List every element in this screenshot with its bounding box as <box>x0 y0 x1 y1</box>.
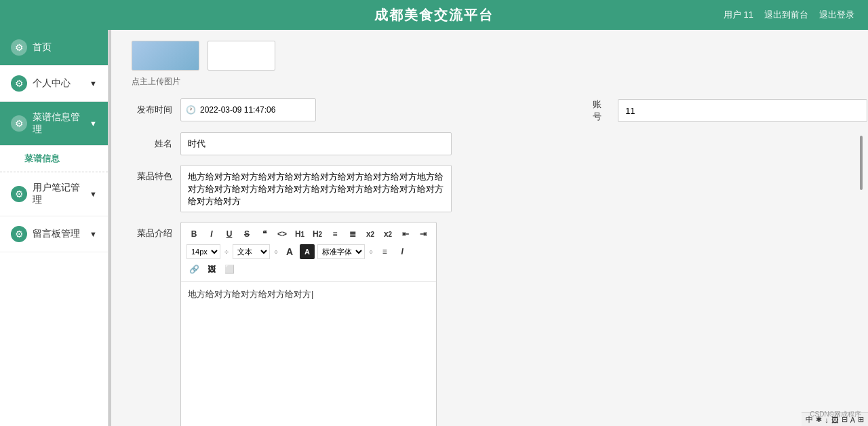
logout-button[interactable]: 退出登录 <box>819 9 854 21</box>
watermark: CSDN©网成程序 <box>810 410 861 419</box>
account-row: 账号 <box>593 98 867 123</box>
sidebar-item-messages[interactable]: ⚙ 留言板管理 ▼ <box>0 216 108 252</box>
image-upload-row <box>132 41 848 71</box>
image-upload-button[interactable] <box>208 41 275 71</box>
chevron-down-icon3: ▼ <box>90 190 97 198</box>
sidebar-messages-label: 留言板管理 <box>33 228 80 240</box>
align-center-button[interactable]: I <box>395 244 410 259</box>
indent-left-button[interactable]: ⇤ <box>398 227 413 241</box>
sidebar-item-notes[interactable]: ⚙ 用户笔记管理 ▼ <box>0 172 108 216</box>
sidebar-notes-label: 用户笔记管理 <box>33 182 84 206</box>
personal-icon: ⚙ <box>11 75 27 92</box>
feature-label: 菜品特色 <box>132 165 172 182</box>
account-section: 账号 <box>593 98 867 132</box>
publish-time-row: 发布时间 🕐 <box>132 98 593 121</box>
calendar-icon: 🕐 <box>186 105 196 115</box>
editor-toolbar: B I U S ❝ <> H1 H2 ≡ ≣ x2 x2 ⇤ <box>181 222 436 282</box>
font-color-button[interactable]: A <box>282 244 297 259</box>
h2-button[interactable]: H2 <box>310 227 325 241</box>
header-right: 用户 11 退出到前台 退出登录 <box>724 9 854 21</box>
highlight-button[interactable]: A <box>300 244 315 259</box>
sidebar-item-personal[interactable]: ⚙ 个人中心 ▼ <box>0 66 108 102</box>
sidebar-home-label: 首页 <box>33 41 52 54</box>
size-stepper[interactable]: ÷ <box>223 248 230 256</box>
bold-button[interactable]: B <box>186 227 201 241</box>
format-stepper[interactable]: ÷ <box>273 248 279 256</box>
name-input[interactable] <box>180 132 452 155</box>
page-title: 成都美食交流平台 <box>374 6 494 24</box>
sidebar-item-recipe[interactable]: ⚙ 菜谱信息管理 ▼ <box>0 102 108 146</box>
publish-time-label: 发布时间 <box>132 104 172 116</box>
font-size-select[interactable]: 12px 14px 16px 18px <box>186 244 220 259</box>
editor-content[interactable]: 地方给对方给对方给对方给对方 <box>181 282 436 426</box>
watermark-text: CSDN©网成程序 <box>810 410 861 418</box>
sidebar-recipe-info-label: 菜谱信息 <box>24 153 60 163</box>
notes-icon: ⚙ <box>11 186 27 202</box>
superscript-button[interactable]: x2 <box>380 227 395 241</box>
editor-container: B I U S ❝ <> H1 H2 ≡ ≣ x2 x2 ⇤ <box>180 222 437 426</box>
exit-front-button[interactable]: 退出到前台 <box>764 9 808 21</box>
toolbar-row-2: 12px 14px 16px 18px ÷ 文本 标题1 标题2 <box>186 244 431 259</box>
messages-icon: ⚙ <box>11 226 27 242</box>
sidebar-item-recipe-info[interactable]: 菜谱信息 <box>0 146 108 172</box>
intro-label: 菜品介绍 <box>132 222 172 239</box>
account-label: 账号 <box>593 98 610 123</box>
image-button[interactable]: 🖼 <box>204 262 219 277</box>
time-account-row: 发布时间 🕐 账号 <box>132 98 848 132</box>
table-button[interactable]: ⬜ <box>222 262 237 277</box>
intro-section: 菜品介绍 B I U S ❝ <> H1 H2 ≡ ≣ <box>132 222 848 426</box>
sidebar-item-home[interactable]: ⚙ 首页 <box>0 30 108 66</box>
ol-button[interactable]: ≡ <box>328 227 342 241</box>
align-left-button[interactable]: ≡ <box>377 244 392 259</box>
font-family-select[interactable]: 标准字体 <box>317 244 365 259</box>
user-label: 用户 11 <box>724 9 753 21</box>
right-scrollbar[interactable] <box>860 136 863 190</box>
feature-textarea[interactable]: 地方给对方给对方给对方给对方给对方给对方给对方给对方地方给对方给对方给对方给对方… <box>180 165 452 212</box>
home-icon: ⚙ <box>11 39 27 56</box>
font-stepper[interactable]: ÷ <box>368 248 374 256</box>
main-content: 点主上传图片 发布时间 🕐 账号 姓名 <box>111 30 868 426</box>
quote-button[interactable]: ❝ <box>257 227 272 241</box>
chevron-down-icon: ▼ <box>90 79 97 88</box>
text-cursor <box>311 289 313 299</box>
ul-button[interactable]: ≣ <box>345 227 360 241</box>
sidebar-personal-label: 个人中心 <box>33 77 71 90</box>
italic-button[interactable]: I <box>204 227 219 241</box>
indent-right-button[interactable]: ⇥ <box>416 227 431 241</box>
date-input-wrapper: 🕐 <box>180 98 316 121</box>
sidebar-recipe-label: 菜谱信息管理 <box>33 111 84 136</box>
strikethrough-button[interactable]: S <box>239 227 254 241</box>
code-button[interactable]: <> <box>275 227 290 241</box>
h1-button[interactable]: H1 <box>292 227 307 241</box>
publish-time-input[interactable] <box>180 98 316 121</box>
upload-hint: 点主上传图片 <box>132 76 848 88</box>
layout: ⚙ 首页 ⚙ 个人中心 ▼ ⚙ 菜谱信息管理 ▼ 菜谱信息 ⚙ 用户笔记管理 ▼… <box>0 30 868 426</box>
format-select[interactable]: 文本 标题1 标题2 <box>233 244 270 259</box>
time-section: 发布时间 🕐 <box>132 98 593 132</box>
toolbar-row-3: 🔗 🖼 ⬜ <box>186 262 431 277</box>
image-preview <box>132 41 199 71</box>
name-label: 姓名 <box>132 138 172 150</box>
name-row: 姓名 <box>132 132 848 155</box>
feature-row: 菜品特色 地方给对方给对方给对方给对方给对方给对方给对方给对方地方给对方给对方给… <box>132 165 848 212</box>
header: 成都美食交流平台 用户 11 退出到前台 退出登录 <box>0 0 868 30</box>
chevron-down-icon4: ▼ <box>90 230 97 238</box>
underline-button[interactable]: U <box>222 227 237 241</box>
chevron-down-icon2: ▼ <box>90 119 97 128</box>
sidebar: ⚙ 首页 ⚙ 个人中心 ▼ ⚙ 菜谱信息管理 ▼ 菜谱信息 ⚙ 用户笔记管理 ▼… <box>0 30 108 426</box>
toolbar-row-1: B I U S ❝ <> H1 H2 ≡ ≣ x2 x2 ⇤ <box>186 227 431 241</box>
recipe-icon: ⚙ <box>11 115 27 132</box>
subscript-button[interactable]: x2 <box>363 227 378 241</box>
link-button[interactable]: 🔗 <box>186 262 201 277</box>
editor-text: 地方给对方给对方给对方给对方 <box>188 289 311 299</box>
account-input[interactable] <box>618 99 867 122</box>
